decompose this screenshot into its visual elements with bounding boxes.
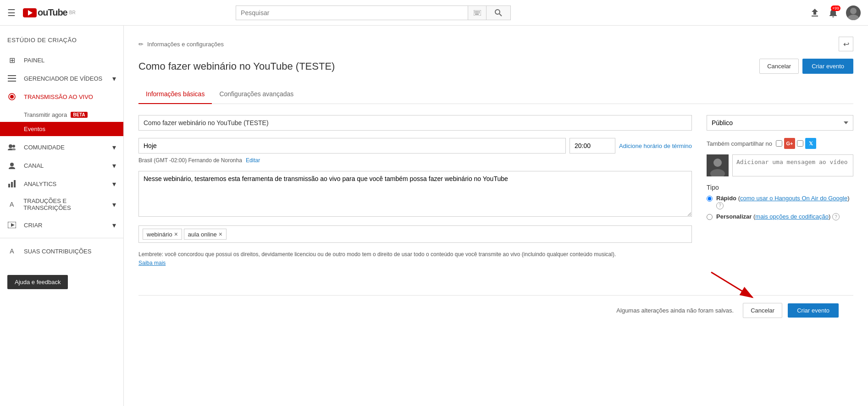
date-input[interactable] <box>138 138 566 154</box>
radio-personalizar[interactable] <box>707 214 713 220</box>
contribuicoes-icon: A <box>7 247 17 256</box>
cancel-button-top[interactable]: Cancelar <box>759 59 799 74</box>
help-icon-personalizar[interactable]: ? <box>832 213 840 220</box>
description-textarea[interactable]: Nesse webinário, testaremos esta ferrame… <box>138 171 692 217</box>
sidebar-sub-transmitir[interactable]: Transmitir agora BETA <box>0 108 123 122</box>
svg-point-20 <box>12 145 15 148</box>
tag-aula-online: aula online × <box>184 229 227 240</box>
page-title: Como fazer webinário no YouTube (TESTE) <box>138 60 335 72</box>
eventos-label: Eventos <box>24 126 45 132</box>
chevron-down-icon: ▾ <box>112 143 116 152</box>
create-event-button-top[interactable]: Criar evento <box>802 59 853 74</box>
twitter-checkbox[interactable] <box>797 140 803 147</box>
svg-point-22 <box>12 148 16 151</box>
rapido-sublabel: (como usar o Hangouts On Air do Google) <box>738 195 850 202</box>
gplus-button[interactable]: G+ <box>784 138 795 149</box>
sidebar-label-canal: CANAL <box>24 162 44 169</box>
main-layout: ESTÚDIO DE CRIAÇÃO ⊞ PAINEL GERENCIADOR … <box>0 26 868 406</box>
personalizar-strong: Personalizar <box>716 213 752 220</box>
notifications-icon[interactable]: +99 <box>828 7 839 18</box>
sidebar-label-analytics: ANALYTICS <box>24 181 56 187</box>
svg-rect-2 <box>476 11 477 12</box>
visibility-group: Público Não listado Privado <box>707 115 853 131</box>
saiba-mais-link[interactable]: Saiba mais <box>138 260 166 266</box>
notification-badge: +99 <box>831 5 840 11</box>
radio-rapido[interactable] <box>707 196 713 202</box>
tag-remove-aula-online[interactable]: × <box>219 230 222 238</box>
nav-right: +99 <box>809 5 861 20</box>
title-input[interactable] <box>138 115 692 131</box>
svg-line-34 <box>711 272 752 297</box>
svg-rect-1 <box>475 11 475 12</box>
main-content: ✏ Informações e configurações ↩ Como faz… <box>124 26 868 406</box>
type-label: Tipo <box>707 184 853 191</box>
svg-rect-9 <box>475 14 479 15</box>
sidebar-label-transmissao: TRANSMISSÃO AO VIVO <box>24 93 93 100</box>
search-input[interactable] <box>236 5 468 20</box>
analytics-icon <box>7 179 17 188</box>
youtube-logo[interactable]: ouTube BR <box>23 7 76 18</box>
chevron-down-icon: ▾ <box>112 180 116 188</box>
form-layout: Adicione horário de término Brasil (GMT … <box>138 115 853 268</box>
svg-point-31 <box>713 159 722 167</box>
form-left: Adicione horário de término Brasil (GMT … <box>138 115 692 268</box>
edit-timezone-link[interactable]: Editar <box>246 157 260 164</box>
cancel-button-bottom[interactable]: Cancelar <box>743 303 782 318</box>
beta-badge: BETA <box>71 112 87 118</box>
yt-play-icon <box>23 8 37 17</box>
avatar-small <box>707 154 729 176</box>
sidebar-item-transmissao[interactable]: TRANSMISSÃO AO VIVO <box>0 88 123 106</box>
svg-rect-15 <box>8 78 16 79</box>
breadcrumb-text: Informações e configurações <box>147 41 224 48</box>
twitter-button[interactable]: 𝕏 <box>805 138 816 149</box>
sidebar-label-comunidade: COMUNIDADE <box>24 144 65 151</box>
sidebar-label-criar: CRIAR <box>24 222 42 229</box>
search-button[interactable] <box>486 5 511 20</box>
svg-rect-4 <box>479 11 480 12</box>
sidebar-item-painel[interactable]: ⊞ PAINEL <box>0 51 123 69</box>
svg-point-24 <box>9 167 15 169</box>
pencil-icon: ✏ <box>138 41 144 48</box>
codificacao-link[interactable]: mais opções de codificação <box>755 213 829 220</box>
hangouts-link[interactable]: como usar o Hangouts On Air do Google <box>740 195 847 202</box>
user-avatar[interactable] <box>846 5 861 20</box>
sidebar-label-contribuicoes: SUAS CONTRIBUIÇÕES <box>24 248 91 255</box>
create-event-button-bottom[interactable]: Criar evento <box>788 303 839 318</box>
radio-rapido-label: Rápido (como usar o Hangouts On Air do G… <box>716 195 853 209</box>
tag-label: aula online <box>188 231 217 238</box>
timezone-text: Brasil (GMT -02:00) Fernando de Noronha <box>138 157 242 164</box>
tab-configuracoes-avancadas[interactable]: Configurações avançadas <box>212 85 301 104</box>
upload-icon[interactable] <box>809 7 820 18</box>
sidebar-sub-eventos[interactable]: Eventos <box>0 122 123 136</box>
country-badge: BR <box>69 10 76 15</box>
gplus-checkbox[interactable] <box>776 140 782 147</box>
sidebar-item-criar[interactable]: CRIAR ▾ <box>0 216 123 234</box>
sidebar-item-comunidade[interactable]: COMUNIDADE ▾ <box>0 138 123 156</box>
tab-informacoes-basicas[interactable]: Informações básicas <box>138 85 212 104</box>
hamburger-menu[interactable]: ☰ <box>7 7 16 18</box>
message-input[interactable] <box>732 154 853 176</box>
help-icon-rapido[interactable]: ? <box>716 202 724 209</box>
traducoes-icon: A <box>7 200 16 209</box>
radio-personalizar-label: Personalizar (mais opções de codificação… <box>716 213 840 221</box>
sidebar-footer: Ajuda e feedback <box>0 268 123 296</box>
criar-icon <box>7 220 17 230</box>
visibility-select[interactable]: Público Não listado Privado <box>707 115 853 131</box>
sidebar-item-analytics[interactable]: ANALYTICS ▾ <box>0 175 123 193</box>
add-endtime-link[interactable]: Adicione horário de término <box>619 143 692 149</box>
sidebar-item-traducoes[interactable]: A TRADUÇÕES E TRANSCRIÇÕES ▾ <box>0 193 123 216</box>
back-button[interactable]: ↩ <box>839 37 853 51</box>
sidebar-item-contribuicoes[interactable]: A SUAS CONTRIBUIÇÕES <box>0 242 123 260</box>
svg-rect-14 <box>8 75 16 76</box>
sidebar-item-gerenciador[interactable]: GERENCIADOR DE VÍDEOS ▾ <box>0 69 123 88</box>
transmitir-label: Transmitir agora <box>24 111 67 118</box>
date-time-row: Adicione horário de término <box>138 138 692 154</box>
help-button[interactable]: Ajuda e feedback <box>7 275 68 289</box>
time-input[interactable] <box>569 138 615 154</box>
keyboard-button[interactable] <box>468 5 486 20</box>
sidebar-item-canal[interactable]: CANAL ▾ <box>0 156 123 175</box>
tags-container: webinário × aula online × <box>138 225 692 243</box>
sidebar-divider <box>0 238 123 238</box>
sidebar: ESTÚDIO DE CRIAÇÃO ⊞ PAINEL GERENCIADOR … <box>0 26 124 406</box>
tag-remove-webinario[interactable]: × <box>174 230 178 238</box>
